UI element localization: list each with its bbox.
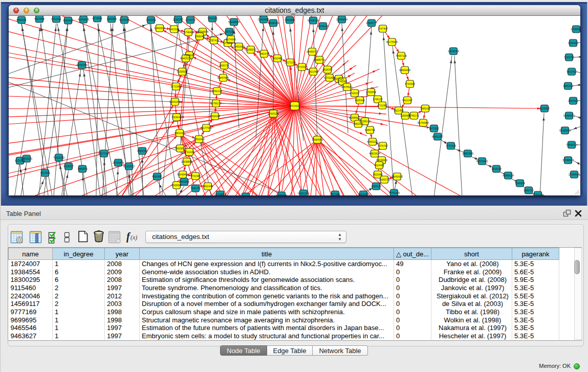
svg-text:5674680: 5674680 <box>226 38 236 41</box>
svg-text:9743953: 9743953 <box>405 82 415 85</box>
svg-text:4493534: 4493534 <box>63 19 73 22</box>
svg-text:62729806: 62729806 <box>214 193 226 196</box>
svg-text:4216073: 4216073 <box>185 18 195 21</box>
svg-text:5466889: 5466889 <box>179 180 189 183</box>
svg-text:82175946: 82175946 <box>386 40 398 43</box>
svg-text:3529042: 3529042 <box>171 116 182 119</box>
svg-text:7193745: 7193745 <box>564 56 574 59</box>
svg-text:60385977: 60385977 <box>245 48 256 51</box>
svg-text:36995777: 36995777 <box>366 21 377 25</box>
svg-text:15451680: 15451680 <box>233 45 245 48</box>
svg-text:94406409: 94406409 <box>399 69 410 72</box>
svg-text:7622683: 7622683 <box>373 173 383 176</box>
svg-text:00766177: 00766177 <box>210 102 222 105</box>
svg-text:4316117: 4316117 <box>350 92 359 95</box>
svg-text:0842710: 0842710 <box>524 189 534 192</box>
svg-text:85574443: 85574443 <box>476 160 488 163</box>
svg-text:28098851: 28098851 <box>181 160 192 163</box>
svg-text:2731585: 2731585 <box>190 174 201 178</box>
svg-text:55698169: 55698169 <box>268 21 279 25</box>
svg-text:3747407: 3747407 <box>378 27 388 30</box>
svg-text:51850671: 51850671 <box>563 114 575 117</box>
svg-text:1592124: 1592124 <box>212 90 222 93</box>
svg-text:40164005: 40164005 <box>78 18 89 21</box>
svg-text:02296120: 02296120 <box>359 120 371 123</box>
svg-text:8708317: 8708317 <box>63 165 74 168</box>
svg-text:8366752: 8366752 <box>365 128 375 132</box>
svg-text:4711382: 4711382 <box>377 104 387 107</box>
svg-text:99091334: 99091334 <box>298 192 309 195</box>
svg-text:7770143: 7770143 <box>446 144 456 147</box>
svg-text:79740344: 79740344 <box>388 191 400 194</box>
svg-text:18724007: 18724007 <box>289 104 300 107</box>
svg-text:5427849: 5427849 <box>34 17 45 20</box>
svg-text:13433200: 13433200 <box>21 157 32 160</box>
svg-text:7357224: 7357224 <box>224 30 234 33</box>
svg-text:1627204: 1627204 <box>241 195 251 196</box>
svg-text:65648236: 65648236 <box>317 25 329 28</box>
svg-text:49894134: 49894134 <box>503 174 514 177</box>
svg-text:96641605: 96641605 <box>391 175 403 178</box>
svg-text:5240824: 5240824 <box>515 182 525 185</box>
svg-text:81177589: 81177589 <box>201 126 212 129</box>
svg-text:4060883: 4060883 <box>285 18 295 21</box>
svg-text:86578091: 86578091 <box>341 85 353 89</box>
svg-text:0330923: 0330923 <box>568 41 578 45</box>
svg-text:7917693: 7917693 <box>40 171 50 174</box>
svg-text:8384251: 8384251 <box>16 18 27 21</box>
svg-text:2421024: 2421024 <box>169 28 179 31</box>
svg-text:7543303: 7543303 <box>207 17 217 20</box>
svg-text:9421047: 9421047 <box>402 99 412 102</box>
svg-text:3158692: 3158692 <box>146 18 156 21</box>
svg-text:55886753: 55886753 <box>314 58 325 61</box>
svg-text:80831367: 80831367 <box>432 135 443 138</box>
svg-text:9413186: 9413186 <box>358 193 368 196</box>
svg-text:9636057: 9636057 <box>322 68 333 71</box>
svg-text:5158506: 5158506 <box>177 70 187 73</box>
svg-text:81754965: 81754965 <box>418 121 429 124</box>
svg-text:2787429: 2787429 <box>209 39 219 42</box>
svg-text:1280598: 1280598 <box>106 17 117 20</box>
svg-text:56049451: 56049451 <box>177 173 188 176</box>
svg-text:9912419: 9912419 <box>567 70 577 73</box>
svg-text:04499727: 04499727 <box>307 50 318 53</box>
svg-text:57262849: 57262849 <box>559 129 571 132</box>
svg-text:2328120: 2328120 <box>371 185 381 188</box>
svg-text:4324451: 4324451 <box>374 164 384 167</box>
svg-text:1836736: 1836736 <box>219 64 229 67</box>
svg-text:43815614: 43815614 <box>369 152 380 155</box>
svg-text:8421020: 8421020 <box>175 132 185 135</box>
svg-text:31713900: 31713900 <box>170 85 182 88</box>
svg-text:29946804: 29946804 <box>336 18 347 21</box>
svg-text:71746488: 71746488 <box>183 31 194 34</box>
svg-text:71906594: 71906594 <box>197 30 208 33</box>
svg-text:20053346: 20053346 <box>76 63 88 67</box>
svg-text:8412411: 8412411 <box>51 17 61 20</box>
svg-text:7889579: 7889579 <box>77 167 88 170</box>
svg-text:32931839: 32931839 <box>169 100 181 103</box>
svg-text:7346706: 7346706 <box>190 187 201 190</box>
svg-text:67737826: 67737826 <box>296 65 308 69</box>
svg-text:9821465: 9821465 <box>308 70 318 73</box>
svg-text:3685160: 3685160 <box>420 107 430 110</box>
svg-text:1476797: 1476797 <box>378 144 388 147</box>
svg-text:1746120: 1746120 <box>373 98 383 101</box>
svg-text:6690967: 6690967 <box>152 175 162 178</box>
svg-text:4278680: 4278680 <box>92 17 102 20</box>
svg-text:45991022: 45991022 <box>367 140 378 143</box>
svg-text:1671902: 1671902 <box>429 127 439 130</box>
svg-text:84036900: 84036900 <box>376 159 387 162</box>
svg-text:4005045: 4005045 <box>355 99 365 102</box>
svg-text:61595148: 61595148 <box>308 19 319 22</box>
svg-text:4745171: 4745171 <box>409 114 419 117</box>
svg-text:27354549: 27354549 <box>569 173 580 176</box>
svg-text:27111161: 27111161 <box>184 150 194 154</box>
svg-text:69847896: 69847896 <box>217 76 229 79</box>
svg-text:8677496: 8677496 <box>330 193 340 196</box>
svg-text:53755646: 53755646 <box>276 194 287 196</box>
svg-text:7839084: 7839084 <box>210 115 220 118</box>
svg-text:6658760: 6658760 <box>137 149 147 152</box>
svg-text:1745961: 1745961 <box>337 80 347 83</box>
svg-text:16648784: 16648784 <box>448 50 459 53</box>
svg-text:3482477: 3482477 <box>259 52 269 55</box>
